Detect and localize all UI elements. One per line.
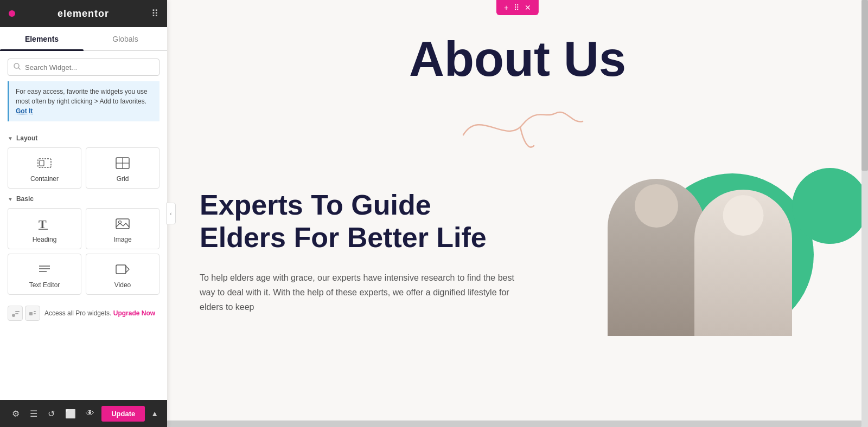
info-box: For easy access, favorite the widgets yo… <box>8 81 159 121</box>
svg-rect-9 <box>116 219 129 229</box>
image-icon <box>114 216 131 231</box>
basic-arrow-icon: ▼ <box>8 196 13 202</box>
basic-section-header[interactable]: ▼ Basic <box>8 195 159 203</box>
person-woman-figure <box>694 190 792 336</box>
got-it-link[interactable]: Got It <box>16 107 33 115</box>
svg-point-16 <box>12 314 15 317</box>
grid-icon <box>114 156 131 171</box>
basic-widget-grid: T Heading Image <box>8 208 159 295</box>
svg-rect-17 <box>15 311 20 312</box>
left-panel: elementor ⠿ Elements Globals For easy ac… <box>0 0 167 427</box>
canvas-frame: + ⠿ ✕ About Us Experts To Guide Elders F… <box>167 0 868 427</box>
content-heading: Experts To Guide Elders For Better Life <box>200 189 514 254</box>
layout-widget-grid: Container Grid <box>8 147 159 189</box>
video-label: Video <box>114 281 131 289</box>
chevron-down-icon[interactable]: ▲ <box>151 409 158 418</box>
tab-elements[interactable]: Elements <box>0 27 84 50</box>
svg-line-1 <box>18 68 20 69</box>
logo: elementor <box>58 8 109 20</box>
pro-icons <box>8 306 40 321</box>
search-icon <box>14 63 21 72</box>
top-bar: elementor ⠿ <box>0 0 167 27</box>
element-toolbar: + ⠿ ✕ <box>496 0 539 15</box>
person-man-figure <box>608 179 705 336</box>
tab-globals[interactable]: Globals <box>84 27 167 50</box>
hscrollbar-thumb <box>167 420 861 427</box>
about-us-section: About Us <box>167 0 868 167</box>
canvas-scrollbar[interactable] <box>861 0 868 427</box>
widget-container[interactable]: Container <box>8 147 81 189</box>
search-box <box>8 59 159 76</box>
content-right <box>586 163 868 336</box>
widget-heading[interactable]: T Heading <box>8 208 81 249</box>
search-input[interactable] <box>25 63 154 72</box>
svg-rect-20 <box>34 311 36 312</box>
svg-rect-3 <box>40 160 44 166</box>
pro-icon-1 <box>8 306 23 321</box>
info-text: For easy access, favorite the widgets yo… <box>16 88 148 105</box>
widget-text-editor[interactable]: Text Editor <box>8 254 81 295</box>
content-body-text: To help elders age with grace, our exper… <box>200 270 514 315</box>
collapse-panel-button[interactable]: ‹ <box>166 203 176 224</box>
panel-tabs: Elements Globals <box>0 27 167 51</box>
decorative-swirl <box>436 92 599 157</box>
grid-menu-icon[interactable]: ⠿ <box>151 8 158 20</box>
image-label: Image <box>113 236 131 243</box>
heading-line2: Elders For Better Life <box>200 222 487 253</box>
layout-section-label: Layout <box>16 134 37 142</box>
add-element-icon[interactable]: + <box>502 2 510 13</box>
svg-marker-15 <box>126 266 129 273</box>
upgrade-link[interactable]: Upgrade Now <box>113 309 155 317</box>
brand-dot <box>9 10 15 17</box>
layout-section-header[interactable]: ▼ Layout <box>8 134 159 142</box>
svg-rect-18 <box>15 313 18 314</box>
basic-section-label: Basic <box>16 195 34 203</box>
pro-widgets-row: Access all Pro widgets. Upgrade Now <box>8 300 159 321</box>
move-element-icon[interactable]: ⠿ <box>512 2 521 13</box>
text-editor-icon <box>36 262 53 277</box>
widgets-area: ▼ Layout Container <box>0 128 167 400</box>
heading-label: Heading <box>33 236 57 243</box>
people-figures <box>608 168 835 336</box>
heading-icon: T <box>36 216 53 231</box>
widget-video[interactable]: Video <box>86 254 159 295</box>
content-left: Experts To Guide Elders For Better Life … <box>200 189 514 314</box>
content-section: Experts To Guide Elders For Better Life … <box>167 167 868 314</box>
container-label: Container <box>30 175 59 183</box>
about-us-title: About Us <box>167 33 868 86</box>
svg-rect-19 <box>29 312 33 315</box>
bottom-toolbar: ⚙ ☰ ↺ ⬜ 👁 Update ▲ <box>0 400 167 427</box>
scrollbar-thumb <box>861 0 868 171</box>
video-icon <box>114 262 131 277</box>
svg-rect-14 <box>116 265 126 274</box>
responsive-icon[interactable]: ⬜ <box>62 406 79 421</box>
canvas-hscrollbar[interactable] <box>167 420 861 427</box>
history-icon[interactable]: ↺ <box>44 406 58 421</box>
preview-icon[interactable]: 👁 <box>82 406 98 420</box>
pro-icon-2 <box>25 306 40 321</box>
settings-icon[interactable]: ⚙ <box>9 406 23 421</box>
text-editor-label: Text Editor <box>29 281 60 289</box>
layout-arrow-icon: ▼ <box>8 135 13 141</box>
close-element-icon[interactable]: ✕ <box>522 2 533 13</box>
pro-text: Access all Pro widgets. <box>44 309 111 317</box>
widget-grid[interactable]: Grid <box>86 147 159 189</box>
canvas-area: + ⠿ ✕ About Us Experts To Guide Elders F… <box>167 0 868 427</box>
svg-rect-21 <box>34 313 36 314</box>
update-button[interactable]: Update <box>101 406 145 422</box>
heading-line1: Experts To Guide <box>200 189 431 221</box>
container-icon <box>36 156 53 171</box>
widget-image[interactable]: Image <box>86 208 159 249</box>
grid-label: Grid <box>117 175 129 183</box>
layers-icon[interactable]: ☰ <box>27 406 41 421</box>
